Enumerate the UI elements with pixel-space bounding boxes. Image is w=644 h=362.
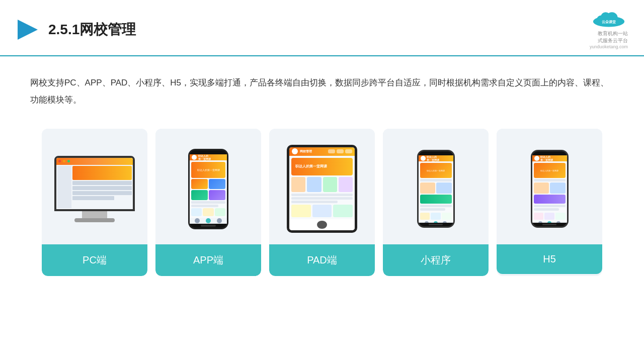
tablet-nav-dot bbox=[345, 149, 352, 153]
mini-phone-icon-row bbox=[420, 213, 452, 220]
mini-phone-icon-row-h5 bbox=[534, 213, 566, 220]
phone-content: 职达人的第一堂网课 bbox=[190, 160, 227, 218]
tablet-bottom-card bbox=[291, 205, 311, 217]
mini-phone-home-bar-h5 bbox=[542, 224, 556, 225]
tablet-rows bbox=[291, 194, 353, 203]
monitor-content bbox=[56, 165, 133, 209]
mini-phone-card-h5-2 bbox=[550, 183, 566, 194]
page-title: 2.5.1网校管理 bbox=[48, 20, 136, 39]
card-app: 职达人的第一堂网课 职达人的第一堂网课 bbox=[155, 129, 261, 276]
monitor-sidebar bbox=[57, 166, 71, 208]
logo-tagline: 教育机构一站 式服务云平台 yunduoketang.com bbox=[590, 30, 628, 50]
phone-mini-card-2 bbox=[209, 179, 225, 189]
phone-bottom-icons bbox=[191, 208, 225, 216]
card-h5: 职达人的第一堂网课 职达人的第一堂网课 bbox=[497, 129, 602, 276]
monitor-stand bbox=[82, 211, 107, 218]
tablet-row bbox=[291, 194, 353, 196]
phone-icon-2 bbox=[203, 208, 213, 216]
tablet-mockup: 网校管理 职达人的第一堂网课 bbox=[287, 145, 357, 233]
tablet-avatar-icon bbox=[292, 148, 298, 154]
nav-dot-h5 bbox=[556, 221, 560, 223]
card-h5-label: H5 bbox=[497, 244, 602, 274]
mini-phone-header-text: 职达人的第一堂网课 bbox=[427, 155, 439, 161]
phone-text-line bbox=[191, 201, 225, 204]
mini-phone-mockup-2: 职达人的第一堂网课 职达人的第一堂网课 bbox=[531, 150, 569, 228]
mini-phone-row-h5 bbox=[534, 205, 566, 207]
monitor-main bbox=[72, 166, 132, 208]
monitor-top-bar bbox=[56, 158, 133, 165]
phone-avatar-icon bbox=[192, 155, 197, 160]
card-h5-image: 职达人的第一堂网课 职达人的第一堂网课 bbox=[497, 129, 602, 244]
phone-home-bar bbox=[201, 225, 216, 227]
mini-phone-icon bbox=[431, 213, 441, 220]
mini-phone-icon bbox=[420, 213, 430, 220]
mini-phone-cards bbox=[420, 183, 452, 194]
logo-icon: 云朵课堂 bbox=[589, 9, 629, 29]
phone-mockup-app: 职达人的第一堂网课 职达人的第一堂网课 bbox=[188, 149, 228, 229]
mini-phone-banner-h5: 职达人的第一堂网课 bbox=[534, 163, 566, 178]
phone-mini-card-4 bbox=[209, 190, 225, 200]
mini-phone-icon-h5 bbox=[555, 213, 566, 220]
tablet-row bbox=[291, 201, 338, 203]
phone-card-row-2 bbox=[191, 190, 225, 200]
mini-phone-icon-h5 bbox=[534, 213, 544, 220]
cards-area: PC端 职达人的第一堂网课 职达人的第一堂网课 bbox=[0, 119, 644, 291]
mini-phone-banner-text: 职达人的第一堂网课 bbox=[427, 169, 445, 172]
nav-dot bbox=[195, 218, 200, 223]
nav-dot-active-h5 bbox=[547, 221, 551, 223]
phone-header-text: 职达人的第一堂网课 bbox=[198, 154, 211, 160]
mini-phone-card-h5-1 bbox=[534, 183, 549, 194]
monitor-mockup bbox=[54, 156, 135, 222]
logo-url: yunduoketang.com bbox=[590, 44, 628, 50]
description-paragraph: 网校支持PC、APP、PAD、小程序、H5，实现多端打通，产品各终端自由切换，数… bbox=[30, 74, 614, 109]
monitor-row bbox=[72, 196, 114, 200]
mini-phone-icon bbox=[442, 213, 452, 220]
mini-phone-row bbox=[420, 179, 452, 182]
tablet-bottom-card bbox=[312, 205, 332, 217]
header: 2.5.1网校管理 云朵课堂 教育机构一站 式服务云平台 yunduoketan… bbox=[0, 0, 644, 56]
tablet-banner: 职达人的第一堂网课 bbox=[291, 158, 353, 175]
tablet-banner-text: 职达人的第一堂网课 bbox=[295, 164, 327, 169]
mini-phone-nav bbox=[419, 221, 453, 223]
mini-phone-header-text-h5: 职达人的第一堂网课 bbox=[540, 155, 553, 161]
phone-notch bbox=[201, 150, 216, 154]
tablet-row bbox=[291, 197, 353, 200]
phone-header-bar: 职达人的第一堂网课 bbox=[190, 154, 227, 161]
card-pc-label: PC端 bbox=[42, 244, 147, 276]
mini-phone-nav-icons-h5 bbox=[538, 221, 560, 223]
tablet-bottom-card bbox=[333, 205, 353, 217]
phone-banner: 职达人的第一堂网课 bbox=[191, 162, 225, 178]
svg-marker-0 bbox=[18, 20, 38, 40]
phone-mini-card-3 bbox=[191, 190, 208, 200]
mini-phone-banner: 职达人的第一堂网课 bbox=[420, 163, 452, 178]
mini-phone-cards-h5 bbox=[534, 183, 566, 194]
mini-phone-header-h5: 职达人的第一堂网课 bbox=[532, 155, 567, 161]
phone-icon-3 bbox=[215, 208, 225, 216]
tablet-card-orange bbox=[291, 177, 305, 192]
card-miniprogram-label: 小程序 bbox=[383, 244, 489, 276]
mini-phone-screen-h5: 职达人的第一堂网课 职达人的第一堂网课 bbox=[532, 155, 567, 223]
nav-dot bbox=[443, 221, 447, 223]
mini-phone-avatar-icon-h5 bbox=[534, 156, 539, 161]
tablet-card-green bbox=[323, 177, 337, 192]
mini-phone-screen: 职达人的第一堂网课 职达人的第一堂网课 bbox=[419, 155, 453, 223]
tablet-cards bbox=[291, 177, 353, 192]
description-text: 网校支持PC、APP、PAD、小程序、H5，实现多端打通，产品各终端自由切换，数… bbox=[0, 56, 644, 119]
tablet-card-purple bbox=[339, 177, 353, 192]
monitor-base bbox=[74, 218, 115, 222]
phone-text-line bbox=[191, 205, 218, 207]
tablet-nav bbox=[328, 149, 352, 153]
mini-phone-row bbox=[420, 208, 445, 211]
tablet-header-text: 网校管理 bbox=[300, 149, 312, 154]
phone-nav-icons bbox=[195, 218, 222, 223]
tablet-bottom-cards bbox=[291, 205, 353, 217]
nav-dot-active bbox=[434, 221, 438, 223]
tablet-card-blue bbox=[307, 177, 321, 192]
tablet-content: 职达人的第一堂网课 bbox=[289, 156, 355, 219]
nav-dot bbox=[217, 218, 222, 223]
card-miniprogram-image: 职达人的第一堂网课 职达人的第一堂网课 bbox=[383, 129, 489, 244]
header-left: 2.5.1网校管理 bbox=[15, 17, 136, 42]
card-app-image: 职达人的第一堂网课 职达人的第一堂网课 bbox=[155, 129, 261, 244]
monitor-banner bbox=[72, 166, 132, 180]
play-icon bbox=[15, 17, 40, 42]
